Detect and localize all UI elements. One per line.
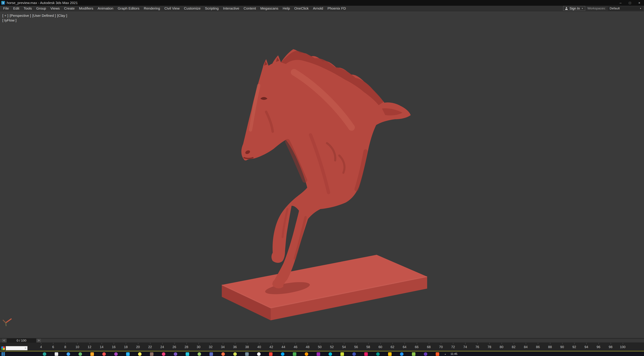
close-icon[interactable]: × [24, 346, 27, 350]
workspaces-label: Workspaces: [588, 7, 606, 10]
minimize-button[interactable]: – [616, 0, 625, 6]
frame-tick: 16 [112, 345, 116, 349]
menu-item-modifiers[interactable]: Modifiers [77, 6, 96, 11]
start-button-icon[interactable] [2, 352, 5, 356]
frame-tick: 92 [572, 345, 576, 349]
taskbar-app-icon-5[interactable] [90, 352, 94, 356]
menu-item-oneclick[interactable]: OneClick [292, 6, 311, 11]
workspace-select[interactable]: Default ▼ [608, 6, 643, 11]
menu-item-views[interactable]: Views [48, 6, 62, 11]
menu-item-phoenix-fd[interactable]: Phoenix FD [325, 6, 348, 11]
taskbar-app-icon-29[interactable] [376, 352, 380, 356]
taskbar-app-icon-30[interactable] [388, 352, 392, 356]
taskbar-app-icon-19[interactable] [257, 352, 260, 356]
taskbar-app-icon-12[interactable] [174, 352, 177, 356]
taskbar-app-icon-20[interactable] [269, 352, 272, 356]
menu-item-file[interactable]: File [1, 6, 11, 11]
frame-tick: 66 [415, 345, 418, 349]
time-slider[interactable]: < 0 / 100 > [0, 338, 644, 343]
taskbar-app-icon-24[interactable] [317, 352, 320, 356]
menu-item-graph-editors[interactable]: Graph Editors [116, 6, 142, 11]
viewport-label-segment-0[interactable]: [ + ] [2, 13, 8, 18]
taskbar-app-icon-15[interactable] [210, 352, 213, 356]
menu-item-animation[interactable]: Animation [96, 6, 116, 11]
taskbar-app-icon-2[interactable] [55, 352, 58, 356]
viewport-label-segment-2[interactable]: [User Defined ] [32, 13, 56, 18]
menu-item-megascans[interactable]: Megascans [258, 6, 280, 11]
next-frame-button[interactable]: > [36, 338, 41, 342]
frame-tick: 34 [221, 345, 224, 349]
viewport[interactable]: [ + ][Perspective ][User Defined ][Clay … [0, 11, 644, 338]
taskbar-app-icon-28[interactable] [364, 352, 368, 356]
viewport-label-segment-3[interactable]: [Clay ] [57, 13, 67, 18]
menubar-right: Sign In ▼ Workspaces: Default ▼ [563, 6, 644, 11]
menu-item-tools[interactable]: Tools [22, 6, 34, 11]
viewport-label-line: [ + ][Perspective ][User Defined ][Clay … [2, 13, 67, 18]
viewport-canvas[interactable] [0, 11, 644, 338]
taskbar-app-icon-13[interactable] [186, 352, 189, 356]
menu-item-help[interactable]: Help [280, 6, 292, 11]
taskbar-app-icon-3[interactable] [66, 352, 70, 356]
frame-tick: 48 [306, 345, 310, 349]
viewport-label-segment-1[interactable]: [Perspective ] [10, 13, 31, 18]
taskbar-app-icon-10[interactable] [150, 352, 154, 356]
horse-body [241, 49, 411, 288]
taskbar-app-icon-7[interactable] [114, 352, 118, 356]
viewport-sublabel-tyflow[interactable]: [ tyFlow ] [2, 18, 16, 23]
taskbar-app-icon-25[interactable] [328, 352, 332, 356]
frame-tick: 80 [500, 345, 503, 349]
menu-item-civil-view[interactable]: Civil View [162, 6, 182, 11]
menu-item-customize[interactable]: Customize [182, 6, 203, 11]
menu-item-arnold[interactable]: Arnold [311, 6, 325, 11]
taskbar-app-icon-11[interactable] [162, 352, 165, 356]
axis-gizmo-icon [3, 319, 12, 326]
sign-in-button[interactable]: Sign In ▼ [563, 6, 585, 11]
taskbar-app-icon-21[interactable] [281, 352, 284, 356]
menu-item-edit[interactable]: Edit [11, 6, 22, 11]
previous-frame-button[interactable]: < [2, 338, 6, 342]
taskbar-app-icon-17[interactable] [233, 352, 237, 356]
taskbar-clock[interactable]: 11:45 [450, 351, 457, 356]
menu-item-rendering[interactable]: Rendering [142, 6, 162, 11]
taskbar-app-icon-32[interactable] [412, 352, 416, 356]
taskbar-app-icon-23[interactable] [305, 352, 308, 356]
taskbar-app-icon-14[interactable] [198, 352, 201, 356]
frame-tick: 10 [76, 345, 79, 349]
viewport-labels: [ + ][Perspective ][User Defined ][Clay … [2, 13, 67, 23]
menu-item-content[interactable]: Content [242, 6, 258, 11]
taskbar-apps [43, 351, 439, 356]
menu-item-interactive[interactable]: Interactive [221, 6, 242, 11]
taskbar-app-icon-16[interactable] [221, 352, 225, 356]
mini-panel-field[interactable]: × [6, 346, 28, 350]
frame-tick: 74 [463, 345, 467, 349]
menu-item-scripting[interactable]: Scripting [203, 6, 221, 11]
frame-tick: 14 [100, 345, 104, 349]
taskbar-app-icon-8[interactable] [126, 352, 130, 356]
time-slider-track[interactable] [0, 339, 644, 342]
taskbar-app-icon-22[interactable] [293, 352, 296, 356]
menu-items: FileEditToolsGroupViewsCreateModifiersAn… [0, 6, 348, 11]
taskbar-app-icon-31[interactable] [400, 352, 404, 356]
taskbar-app-icon-1[interactable] [43, 352, 46, 356]
menu-item-group[interactable]: Group [34, 6, 48, 11]
taskbar-app-icon-26[interactable] [340, 352, 344, 356]
taskbar-app-icon-27[interactable] [352, 352, 356, 356]
3dsmax-logo-icon: 3 [1, 1, 5, 5]
taskbar-app-icon-6[interactable] [102, 352, 106, 356]
sign-in-label: Sign In [569, 7, 580, 11]
workspace-value: Default [610, 7, 620, 10]
time-slider-handle[interactable]: 0 / 100 [7, 338, 36, 342]
frame-tick: 76 [476, 345, 479, 349]
track-bar-ruler[interactable]: 4681012141618202224262830323436384042444… [0, 343, 644, 351]
frame-tick: 82 [512, 345, 516, 349]
frame-tick: 18 [124, 345, 128, 349]
taskbar-app-icon-34[interactable] [436, 352, 439, 356]
maximize-button[interactable]: □ [625, 0, 634, 6]
taskbar-app-icon-9[interactable] [138, 352, 142, 356]
close-button[interactable]: × [634, 0, 644, 6]
taskbar-app-icon-4[interactable] [78, 352, 82, 356]
taskbar-app-icon-33[interactable] [424, 352, 427, 356]
taskbar-app-icon-18[interactable] [245, 352, 249, 356]
tray-chevron-icon[interactable]: ▴ [445, 351, 446, 356]
menu-item-create[interactable]: Create [62, 6, 77, 11]
